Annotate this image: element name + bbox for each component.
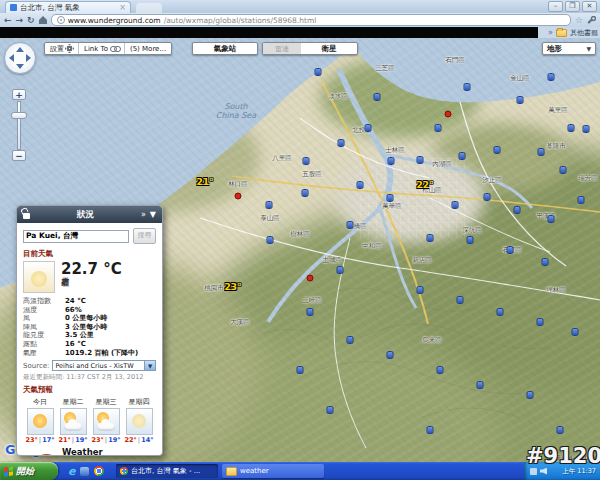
conditions-details: 高溫指數24 °C濕度66%風0 公里每小時陣風3 公里每小時能見度3.5 公里… (17, 295, 162, 357)
map-place-label: 深坑區 (462, 226, 482, 235)
map-type-dropdown[interactable]: 地形 ▼ (542, 42, 596, 55)
zoom-in-button[interactable]: + (12, 89, 26, 100)
map-place-label: 新店區 (412, 256, 432, 265)
app-icon[interactable] (80, 467, 89, 476)
select-arrow-icon: ▼ (144, 361, 155, 370)
highway-shield-icon (388, 157, 395, 165)
tab-title: 台北市, 台灣 氣象 (20, 3, 116, 13)
address-bar[interactable]: www.wunderground.com/auto/wxmap/global/s… (51, 14, 571, 26)
station-temp-marker[interactable]: 23° (224, 282, 241, 292)
highway-shield-icon (517, 96, 524, 104)
tab-favicon-icon (10, 4, 17, 11)
pan-down-icon[interactable] (16, 64, 24, 69)
weather-stations-layer-button[interactable]: 氣象站 (192, 42, 258, 55)
link-to-button[interactable]: Link To (78, 43, 124, 54)
detail-row: 陣風3 公里每小時 (23, 323, 156, 332)
other-bookmarks-label[interactable]: 其他書籤 (570, 28, 598, 38)
back-button[interactable]: ← (4, 15, 12, 25)
station-temp-marker[interactable]: 22° (416, 180, 433, 190)
zoom-out-button[interactable]: − (12, 150, 26, 161)
highway-shield-icon (267, 236, 274, 244)
new-tab-button[interactable] (136, 3, 162, 13)
browser-tab[interactable]: 台北市, 台灣 氣象 × (5, 1, 131, 13)
usb-icon[interactable] (530, 468, 537, 475)
zoom-slider-handle[interactable] (11, 112, 27, 119)
highway-shield-icon (538, 148, 545, 156)
station-dot-marker[interactable] (235, 193, 242, 200)
highway-shield-icon (307, 308, 314, 316)
panel-expand-icon[interactable]: » (141, 211, 146, 219)
search-button[interactable]: 搜尋 (133, 228, 156, 244)
station-dot-marker[interactable] (307, 275, 314, 282)
close-button[interactable]: ✕ (582, 1, 597, 12)
panel-header[interactable]: 狀況 » ▼ (17, 206, 162, 223)
radar-satellite-toolbar: 雷達 衛星 (262, 42, 358, 55)
wu-logo[interactable]: Weather Underground® wunderground.com (17, 445, 162, 456)
reload-button[interactable]: ↻ (27, 15, 35, 25)
bookmarks-bar: » 其他書籤 (0, 27, 600, 38)
highway-shield-icon (266, 201, 273, 209)
home-icon[interactable] (39, 17, 47, 24)
highway-shield-icon (315, 68, 322, 76)
current-temperature: 22.7 °C (61, 261, 122, 277)
map-place-label: 烏來區 (422, 336, 442, 345)
highway-shield-icon (467, 236, 474, 244)
highway-shield-icon (507, 246, 514, 254)
map-place-label: 內湖區 (432, 160, 452, 169)
wu-rainbow-mountain-icon (25, 451, 57, 456)
highway-shield-icon (327, 406, 334, 414)
minimize-button[interactable]: – (548, 1, 563, 12)
detail-row: 高溫指數24 °C (23, 297, 156, 306)
other-bookmarks-folder-icon (556, 29, 567, 37)
gear-icon (66, 45, 73, 52)
forecast-row: 今日23°|17°星期二21°|19°星期三23°|19°星期四22°|14° (17, 396, 162, 445)
more-layers-button[interactable]: (5) More... (124, 43, 171, 54)
highway-shield-icon (374, 93, 381, 101)
taskbar-item-folder[interactable]: weather (222, 464, 324, 478)
chrome-icon[interactable] (94, 466, 104, 476)
tab-close-icon[interactable]: × (119, 4, 126, 12)
start-button[interactable]: 開始 (0, 462, 58, 480)
map-settings-toolbar: 設置 Link To (5) More... (44, 42, 172, 55)
url-host: www.wunderground.com (68, 16, 161, 25)
highway-shield-icon (365, 124, 372, 132)
ie-icon[interactable]: e (68, 466, 75, 477)
settings-button[interactable]: 設置 (45, 43, 78, 54)
bookmark-star-icon[interactable]: ☆ (575, 16, 583, 25)
map-pan-control[interactable] (4, 42, 36, 74)
station-temp-marker[interactable]: 21° (196, 177, 213, 187)
map-place-label: 泰山區 (260, 214, 280, 223)
satellite-layer-button[interactable]: 衛星 (301, 43, 357, 54)
wu-logo-title: Weather Underground® (62, 448, 156, 456)
forecast-day: 星期四22°|14° (123, 397, 155, 444)
volume-icon[interactable] (540, 468, 547, 475)
highway-shield-icon (417, 156, 424, 164)
panel-collapse-icon[interactable]: ▼ (150, 211, 156, 219)
map-place-label: 桃園市 (204, 284, 224, 293)
forecast-day: 星期三23°|19° (90, 397, 122, 444)
pan-right-icon[interactable] (26, 54, 31, 62)
pan-left-icon[interactable] (9, 54, 14, 62)
station-dot-marker[interactable] (445, 111, 452, 118)
restore-button[interactable]: ❐ (565, 1, 580, 12)
map-place-label: 八里區 (272, 154, 292, 163)
highway-shield-icon (459, 152, 466, 160)
map-place-label: 石門區 (445, 56, 465, 65)
highway-shield-icon (457, 296, 464, 304)
bookmarks-overflow-icon[interactable]: » (548, 28, 553, 37)
unlock-icon[interactable] (23, 213, 30, 219)
chrome-icon (120, 467, 128, 475)
radar-layer-button-disabled: 雷達 (263, 43, 301, 54)
source-select[interactable]: Peihsi and Crius - XisTW ▼ (52, 360, 156, 371)
forward-button[interactable]: → (16, 15, 24, 25)
map-place-label: 汐止區 (482, 176, 502, 185)
map-canvas[interactable]: SouthChina Sea 淡水區三芝區石門區金山區萬里區基隆市瑞芳區八里區林… (0, 38, 600, 462)
highway-shield-icon (477, 381, 484, 389)
taskbar-item-chrome[interactable]: 台北市, 台灣 氣象 - ... (116, 464, 218, 478)
highway-shield-icon (417, 286, 424, 294)
zoom-slider-track[interactable] (17, 101, 21, 150)
pan-up-icon[interactable] (16, 47, 24, 52)
wrench-icon[interactable] (587, 16, 596, 25)
location-search-input[interactable] (23, 230, 129, 243)
map-place-label: 瑞芳區 (578, 174, 598, 183)
